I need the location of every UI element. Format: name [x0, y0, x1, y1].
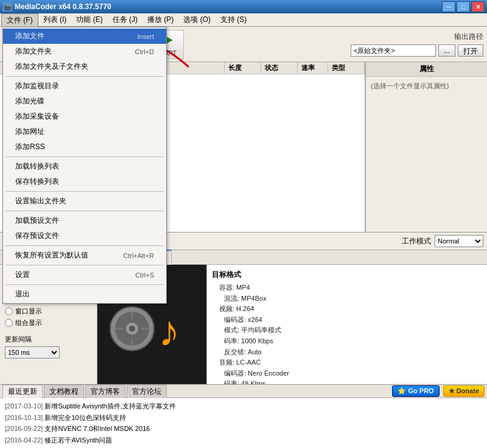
- maximize-button[interactable]: □: [457, 1, 470, 12]
- overview-acodec: 编码器: Nero Encoder: [224, 368, 482, 379]
- menu-item-exit[interactable]: 退出: [3, 287, 166, 302]
- gopro-button[interactable]: ⭐ Go PRO: [392, 385, 439, 397]
- news-item-1: [2017-03-10] 新增Suptitle Avisynth插件,支持蓝光字…: [5, 401, 482, 412]
- news-item-4: [2016-04-22] 修正若干AVISynth问题: [5, 435, 482, 446]
- overview-vmode: 模式: 平均码率模式: [224, 325, 482, 336]
- col-status: 状态: [261, 62, 298, 74]
- mode-combined[interactable]: 组合显示: [5, 318, 92, 327]
- separator-5: [5, 245, 164, 246]
- menu-item-save-preset[interactable]: 保存预设文件: [3, 228, 166, 243]
- window-controls: ─ □ ✕: [442, 1, 485, 12]
- donate-label: Donate: [457, 387, 479, 394]
- menu-item-load-preset[interactable]: 加载预设文件: [3, 213, 166, 228]
- donate-icon: ★: [449, 387, 455, 394]
- gopro-icon: ⭐: [398, 387, 406, 394]
- title-bar: 🎬 MediaCoder x64 0.8.37.5770 ─ □ ✕: [0, 0, 487, 13]
- overview-mux: 混流: MP4Box: [224, 293, 482, 304]
- properties-body: (选择一个文件显示其属性): [366, 77, 487, 232]
- interval-select[interactable]: 50 ms 100 ms 150 ms 200 ms 500 ms: [5, 346, 60, 359]
- menu-item-restore-defaults[interactable]: 恢复所有设置为默认值 Ctrl+Alt+R: [3, 248, 166, 263]
- browse-button[interactable]: ...: [438, 44, 455, 57]
- news-tab-forum[interactable]: 官方论坛: [127, 385, 167, 398]
- file-dropdown-menu: 添加文件 Insert 添加文件夹 Ctrl+D 添加文件夹及子文件夹 添加监视…: [2, 27, 167, 304]
- menu-item-add-folder[interactable]: 添加文件夹 Ctrl+D: [3, 44, 166, 59]
- news-tab-recent[interactable]: 最近更新: [2, 385, 43, 398]
- separator-7: [5, 284, 164, 285]
- donate-button[interactable]: ★ Donate: [443, 385, 485, 397]
- close-button[interactable]: ✕: [471, 1, 485, 12]
- overview-video: 视频: H.264: [219, 304, 482, 315]
- menu-task[interactable]: 任务 (J): [108, 13, 142, 26]
- overview-deinterlace: 反交错: Auto: [224, 347, 482, 358]
- work-mode-label: 工作模式: [402, 236, 431, 247]
- menu-item-settings[interactable]: 设置 Ctrl+S: [3, 267, 166, 282]
- menu-play[interactable]: 播放 (P): [142, 13, 178, 26]
- overview-abitrate: 码率: 48 Kbps: [224, 379, 482, 384]
- update-interval-label: 更新间隔: [5, 335, 92, 344]
- menu-file[interactable]: 文件 (F): [1, 13, 38, 27]
- menu-support[interactable]: 支持 (S): [215, 13, 251, 26]
- separator-4: [5, 211, 164, 211]
- col-speed: 速率: [298, 62, 328, 74]
- output-path-section: 输出路径 ... 打开: [351, 32, 483, 57]
- news-tab-blog[interactable]: 官方博客: [85, 385, 125, 398]
- overview-container: 容器: MP4: [219, 282, 482, 293]
- app-title: MediaCoder x64 0.8.37.5770: [15, 2, 111, 11]
- separator-6: [5, 265, 164, 265]
- menu-list[interactable]: 列表 (I): [38, 13, 72, 26]
- col-duration: 长度: [225, 62, 261, 74]
- menu-bar: 文件 (F) 列表 (I) 功能 (E) 任务 (J) 播放 (P) 选项 (O…: [0, 13, 487, 27]
- overview-vcodec: 编码器: x264: [224, 315, 482, 326]
- separator-3: [5, 191, 164, 192]
- menu-item-add-file[interactable]: 添加文件 Insert: [3, 29, 166, 44]
- news-area: 最近更新 文档教程 官方博客 官方论坛 ⭐ Go PRO ★ Donate [2…: [0, 384, 487, 448]
- output-path-input[interactable]: [351, 44, 436, 57]
- menu-item-add-capture[interactable]: 添加采集设备: [3, 109, 166, 124]
- separator-1: [5, 76, 164, 77]
- overview-audio: 音频: LC-AAC: [219, 357, 482, 368]
- news-item-2: [2016-10-13] 新增完全10位色深转码支持: [5, 412, 482, 424]
- menu-item-load-list[interactable]: 加载转换列表: [3, 159, 166, 174]
- svg-text:♪: ♪: [158, 307, 180, 355]
- overview-panel: 目标格式 容器: MP4 混流: MP4Box 视频: H.264 编码器: x…: [207, 265, 487, 384]
- col-type: 类型: [328, 62, 365, 74]
- menu-item-add-url[interactable]: 添加网址: [3, 124, 166, 139]
- minimize-button[interactable]: ─: [442, 1, 455, 12]
- menu-item-save-list[interactable]: 保存转换列表: [3, 174, 166, 189]
- mode-window[interactable]: 窗口显示: [5, 307, 92, 316]
- menu-item-add-disc[interactable]: 添加光碟: [3, 94, 166, 109]
- svg-point-23: [129, 326, 135, 332]
- overview-vbitrate: 码率: 1000 Kbps: [224, 336, 482, 347]
- menu-item-add-subfolder[interactable]: 添加文件夹及子文件夹: [3, 59, 166, 74]
- news-body: [2017-03-10] 新增Suptitle Avisynth插件,支持蓝光字…: [0, 398, 487, 448]
- menu-item-add-rss[interactable]: 添加RSS: [3, 139, 166, 155]
- work-mode-select[interactable]: Normal Fast Safe: [435, 235, 483, 247]
- overview-title: 目标格式: [212, 270, 482, 280]
- open-button[interactable]: 打开: [458, 44, 483, 57]
- properties-panel: 属性 (选择一个文件显示其属性): [365, 62, 487, 232]
- menu-function[interactable]: 功能 (E): [71, 13, 107, 26]
- properties-title: 属性: [366, 62, 487, 77]
- menu-item-add-watch[interactable]: 添加监视目录: [3, 79, 166, 94]
- update-interval: 更新间隔 50 ms 100 ms 150 ms 200 ms 500 ms: [5, 335, 92, 359]
- app-icon: 🎬: [2, 2, 12, 12]
- menu-item-set-output-folder[interactable]: 设置输出文件夹: [3, 194, 166, 209]
- gopro-label: Go PRO: [408, 387, 433, 394]
- menu-options[interactable]: 选项 (O): [178, 13, 215, 26]
- output-path-label: 输出路径: [454, 32, 483, 42]
- news-item-3: [2016-09-22] 支持NVENC 7.0和Intel MSDK 2016: [5, 423, 482, 435]
- news-tab-docs[interactable]: 文档教程: [44, 385, 84, 398]
- news-tabs: 最近更新 文档教程 官方博客 官方论坛 ⭐ Go PRO ★ Donate: [0, 385, 487, 398]
- news-tab-right: ⭐ Go PRO ★ Donate: [392, 385, 485, 397]
- separator-2: [5, 156, 164, 157]
